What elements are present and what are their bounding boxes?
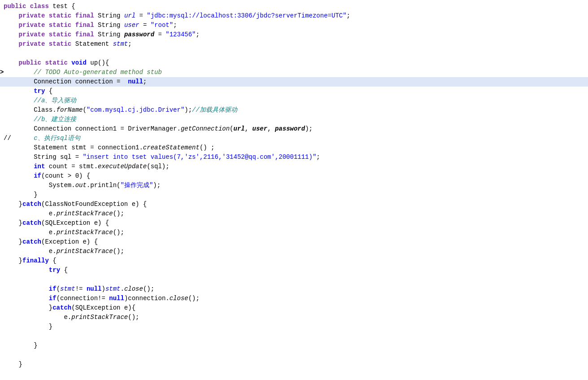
code-line-14: Connection connection1 = DriverManager.g… <box>0 124 588 134</box>
keyword-class: class <box>30 2 49 11</box>
keyword-public: public <box>4 2 30 11</box>
code-line-10: try { <box>0 87 588 96</box>
code-line-30 <box>0 275 588 284</box>
code-line-17: String sql = "insert into tset values(7,… <box>0 153 588 162</box>
code-line-26: }catch(Exception e) { <box>0 237 588 247</box>
code-line-8: > // TODO Auto-generated method stub <box>0 68 588 77</box>
code-line-27: e.printStackTrace(); <box>0 247 588 256</box>
code-line-35: } <box>0 322 588 332</box>
code-line-22: }catch(ClassNotFoundException e) { <box>0 200 588 209</box>
code-line-39: } <box>0 360 588 369</box>
code-line-38 <box>0 350 588 360</box>
code-line-29: try { <box>0 266 588 275</box>
code-line-21: } <box>0 190 588 200</box>
code-line-12: Class.forName("com.mysql.cj.jdbc.Driver"… <box>0 105 588 115</box>
code-line-40 <box>0 369 588 379</box>
keyword-private: private <box>19 11 49 21</box>
code-line-7: public static void up(){ <box>0 58 588 68</box>
code-line-34: e.printStackTrace(); <box>0 313 588 322</box>
code-line-37: } <box>0 341 588 350</box>
code-line-28: }finally { <box>0 256 588 266</box>
code-line-5: private static Statement stmt; <box>0 39 588 49</box>
code-line-16: Statement stmt = connection1.createState… <box>0 143 588 153</box>
code-line-6 <box>0 49 588 58</box>
code-line-1: public class test { <box>0 2 588 11</box>
code-line-33: }catch(SQLException e){ <box>0 303 588 313</box>
code-line-18: int count = stmt.executeUpdate(sql); <box>0 162 588 171</box>
code-line-23: e.printStackTrace(); <box>0 209 588 218</box>
code-editor: public class test { private static final… <box>0 0 588 380</box>
code-line-20: System.out.println("操作完成"); <box>0 181 588 190</box>
code-line-19: if(count > 0) { <box>0 171 588 181</box>
code-line-36 <box>0 332 588 341</box>
code-line-9: Connection connection = null; <box>0 77 588 87</box>
code-line-2: private static final String url = "jdbc:… <box>0 11 588 21</box>
code-line-4: private static final String password = "… <box>0 30 588 39</box>
code-line-31: if(stmt!= null)stmt.close(); <box>0 284 588 294</box>
code-line-15: // c、执行sql语句 <box>0 134 588 143</box>
code-line-24: }catch(SQLException e) { <box>0 218 588 228</box>
code-line-11: //a、导入驱动 <box>0 96 588 105</box>
code-line-25: e.printStackTrace(); <box>0 228 588 237</box>
code-line-3: private static final String user = "root… <box>0 21 588 30</box>
code-line-13: //b、建立连接 <box>0 115 588 124</box>
code-line-32: if(connection!= null)connection.close(); <box>0 294 588 303</box>
